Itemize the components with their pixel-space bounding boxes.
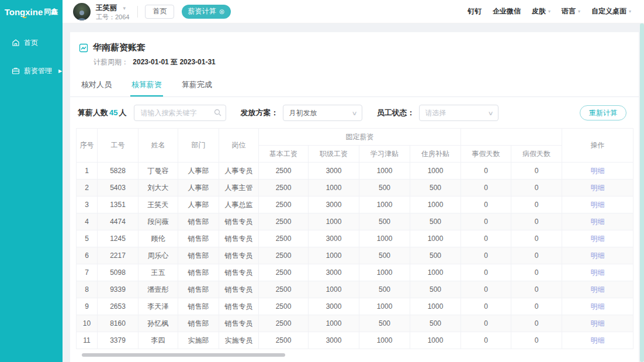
headcount: 算薪人数45人	[78, 108, 126, 118]
table-cell: 500	[359, 247, 410, 264]
headcount-value: 45	[109, 108, 117, 117]
detail-link[interactable]: 明细	[591, 201, 605, 209]
table-cell: 1000	[410, 230, 461, 247]
sidebar: Tongxine 同鑫 首页 薪资管理 ▶	[0, 0, 63, 362]
table-cell: 0	[511, 196, 562, 213]
avatar[interactable]	[73, 3, 91, 20]
horizontal-scrollbar-thumb[interactable]	[82, 353, 285, 357]
table-cell: 3379	[98, 332, 139, 349]
table-cell-actions: 明细	[562, 213, 633, 230]
table-cell: 0	[511, 163, 562, 180]
table-cell: 3000	[309, 163, 359, 180]
user-block[interactable]: 王笑丽 ▾ 工号：2064	[96, 2, 129, 21]
table-cell: 0	[511, 332, 562, 349]
detail-link[interactable]: 明细	[591, 167, 605, 175]
table-row: 108160孙忆枫销售部销售专员2500100050050000明细	[77, 315, 633, 332]
pay-period-value: 2023-01-01 至 2023-01-31	[133, 58, 215, 66]
salary-table: 序号 工号 姓名 部门 岗位 固定薪资 操作 基本工资 职级工资	[76, 128, 633, 349]
table-cell: 销售部	[178, 230, 219, 247]
table-cell: 实施专员	[219, 332, 259, 349]
menu-item-skin[interactable]: 皮肤 ▾	[532, 6, 550, 16]
salary-calc-tag-button[interactable]: 薪资计算 ⊗	[182, 5, 230, 19]
detail-link[interactable]: 明细	[591, 336, 605, 344]
table-cell: 500	[359, 213, 410, 230]
table-cell: 0	[511, 230, 562, 247]
table-cell: 1000	[359, 332, 410, 349]
table-cell: 1351	[98, 196, 139, 213]
sidebar-nav: 首页 薪资管理 ▶	[0, 34, 63, 80]
table-cell: 0	[461, 298, 511, 315]
table-cell: 2500	[259, 281, 309, 298]
menu-item-language[interactable]: 语言 ▾	[562, 6, 580, 16]
plan-select[interactable]: 月初发放 ∨	[283, 105, 362, 121]
detail-link[interactable]: 明细	[591, 302, 605, 311]
tab-check-staff[interactable]: 核对人员	[80, 74, 113, 96]
table-cell: 李四	[139, 332, 178, 349]
status-select[interactable]: 请选择 ∨	[419, 105, 498, 121]
home-tab-button[interactable]: 首页	[145, 5, 174, 19]
table-cell: 0	[461, 196, 511, 213]
col-position: 岗位	[219, 129, 259, 163]
menu-item-wecom[interactable]: 企业微信	[493, 6, 521, 16]
menu-item-dingtalk[interactable]: 钉钉	[468, 6, 482, 16]
table-cell: 销售部	[178, 281, 219, 298]
pay-period: 计薪周期： 2023-01-01 至 2023-01-31	[94, 57, 639, 67]
table-cell: 1000	[410, 264, 461, 281]
table-cell: 销售专员	[219, 230, 259, 247]
col-sick-leave-days: 病假天数	[511, 146, 562, 163]
table-cell: 1000	[410, 332, 461, 349]
table-cell: 11	[77, 332, 98, 349]
sidebar-item-home[interactable]: 首页	[0, 34, 63, 51]
chevron-down-icon: ∨	[352, 110, 358, 116]
table-cell: 500	[410, 281, 461, 298]
menu-item-custom-desktop[interactable]: 自定义桌面 ▾	[591, 6, 631, 16]
table-cell: 1000	[410, 163, 461, 180]
detail-link[interactable]: 明细	[591, 268, 605, 277]
briefcase-icon	[12, 67, 20, 75]
table-cell: 1000	[410, 298, 461, 315]
brand-logo: Tongxine 同鑫	[0, 0, 63, 23]
table-cell: 0	[511, 180, 562, 196]
close-icon[interactable]: ⊗	[219, 8, 224, 16]
table-cell-actions: 明细	[562, 264, 633, 281]
col-base-salary: 基本工资	[259, 146, 309, 163]
plan-select-value: 月初发放	[289, 108, 317, 118]
table-cell: 2500	[259, 247, 309, 264]
table-cell: 销售部	[178, 315, 219, 332]
sidebar-item-salary-management[interactable]: 薪资管理 ▶	[0, 62, 63, 80]
detail-link[interactable]: 明细	[591, 285, 605, 294]
salary-table-wrap: 序号 工号 姓名 部门 岗位 固定薪资 操作 基本工资 职级工资	[70, 128, 639, 357]
table-cell: 2500	[259, 332, 309, 349]
filter-toolbar: 算薪人数45人 发放方案： 月初发放 ∨ 员工状态： 请选择 ∨	[70, 97, 639, 128]
tab-calc-salary[interactable]: 核算薪资	[130, 74, 163, 96]
table-header: 序号 工号 姓名 部门 岗位 固定薪资 操作 基本工资 职级工资	[77, 129, 633, 163]
table-cell: 0	[511, 247, 562, 264]
col-index: 序号	[77, 129, 98, 163]
account-set-icon	[79, 43, 88, 53]
detail-link[interactable]: 明细	[591, 319, 605, 327]
detail-link[interactable]: 明细	[591, 184, 605, 192]
table-cell: 0	[461, 180, 511, 196]
app-root: Tongxine 同鑫 首页 薪资管理 ▶	[0, 0, 644, 362]
table-cell: 销售专员	[219, 315, 259, 332]
tab-calc-done[interactable]: 算薪完成	[181, 74, 213, 96]
table-cell-actions: 明细	[562, 196, 633, 213]
table-cell: 0	[461, 247, 511, 264]
search-input[interactable]	[134, 105, 226, 121]
table-cell: 1000	[359, 163, 410, 180]
col-group-empty	[461, 129, 562, 146]
main-area: 华南薪资账套 计薪周期： 2023-01-01 至 2023-01-31 核对人…	[63, 23, 644, 362]
detail-link[interactable]: 明细	[591, 251, 605, 260]
detail-link[interactable]: 明细	[591, 235, 605, 243]
topbar-right-menu: 钉钉 企业微信 皮肤 ▾ 语言 ▾ 自定义桌面 ▾	[468, 6, 631, 16]
search-icon[interactable]	[214, 109, 221, 116]
logo-text-cn: 同鑫	[44, 7, 58, 17]
table-cell: 孙忆枫	[139, 315, 178, 332]
table-cell: 9339	[98, 281, 139, 298]
detail-link[interactable]: 明细	[591, 218, 605, 226]
recalculate-button[interactable]: 重新计算	[580, 105, 626, 120]
table-cell: 5403	[98, 180, 139, 196]
table-row: 113379李四实施部实施专员250030001000100000明细	[77, 332, 633, 349]
person-silhouette-icon	[75, 9, 88, 20]
table-cell-actions: 明细	[562, 315, 633, 332]
